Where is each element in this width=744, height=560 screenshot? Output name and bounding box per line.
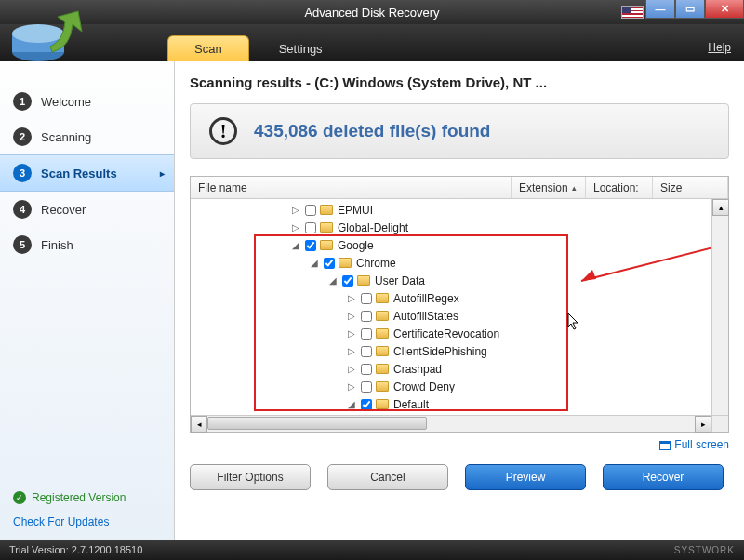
step-scan-results[interactable]: 3Scan Results: [0, 154, 174, 192]
tree-row[interactable]: ▷AutofillStates: [191, 307, 728, 325]
tab-bar: Scan Settings Help: [0, 24, 744, 61]
column-filename[interactable]: File name: [191, 177, 512, 198]
watermark: SYSTWORK: [674, 545, 735, 555]
tree-checkbox[interactable]: [324, 258, 335, 269]
folder-icon: [320, 222, 333, 233]
tab-settings[interactable]: Settings: [253, 36, 349, 61]
version-label: Trial Version: 2.7.1200.18510: [9, 544, 142, 555]
tree-row[interactable]: ◢User Data: [191, 272, 728, 289]
step-label: Welcome: [41, 95, 91, 109]
tree-item-label: Default: [393, 398, 429, 411]
help-link[interactable]: Help: [708, 41, 731, 54]
step-label: Scan Results: [41, 167, 117, 180]
folder-icon: [376, 399, 389, 409]
folder-icon: [376, 328, 389, 339]
tree-row[interactable]: ▷EPMUI: [191, 201, 728, 219]
expander-icon[interactable]: ▷: [291, 205, 300, 215]
tree-row[interactable]: ▷Global-Delight: [191, 219, 728, 236]
table-header: File name Extension Location: Size: [191, 177, 728, 199]
fullscreen-link[interactable]: Full screen: [659, 438, 729, 451]
step-finish[interactable]: 5Finish: [0, 227, 174, 262]
tree-checkbox[interactable]: [361, 381, 372, 393]
info-icon: !: [209, 117, 237, 145]
window-title: Advanced Disk Recovery: [304, 6, 439, 20]
cancel-button[interactable]: Cancel: [327, 464, 448, 490]
column-size[interactable]: Size: [653, 177, 728, 198]
tree-checkbox[interactable]: [361, 328, 372, 340]
folder-icon: [376, 346, 389, 356]
scroll-left-button[interactable]: ◂: [191, 416, 207, 433]
results-table: File name Extension Location: Size ▷EPMU…: [190, 176, 729, 433]
app-logo-icon: [6, 6, 89, 71]
check-updates-link[interactable]: Check For Updates: [13, 515, 109, 528]
scroll-up-button[interactable]: ▴: [712, 199, 729, 216]
tree-checkbox[interactable]: [361, 293, 372, 304]
fullscreen-row: Full screen: [190, 438, 729, 451]
expander-icon[interactable]: ◢: [310, 258, 319, 268]
scroll-right-button[interactable]: ▸: [695, 416, 711, 433]
language-flag-icon[interactable]: [621, 6, 644, 19]
tree-row[interactable]: ▷Crashpad: [191, 360, 728, 378]
expander-icon[interactable]: ◢: [328, 275, 338, 286]
vertical-scrollbar[interactable]: ▴: [711, 199, 728, 415]
folder-icon: [376, 293, 389, 303]
expander-icon[interactable]: ▷: [347, 364, 356, 374]
tree-row[interactable]: ▷ClientSidePhishing: [191, 342, 728, 360]
step-label: Finish: [41, 238, 73, 252]
expander-icon[interactable]: ▷: [291, 222, 300, 233]
tree-checkbox[interactable]: [361, 399, 372, 410]
fullscreen-icon: [659, 441, 671, 450]
column-extension[interactable]: Extension: [512, 177, 586, 198]
folder-icon: [357, 275, 370, 286]
step-scanning[interactable]: 2Scanning: [0, 119, 174, 154]
folder-icon: [376, 364, 389, 374]
tree-item-label: Chrome: [356, 257, 396, 270]
step-recover[interactable]: 4Recover: [0, 192, 174, 227]
close-button[interactable]: ✕: [705, 0, 744, 19]
step-welcome[interactable]: 1Welcome: [0, 84, 174, 119]
tree-item-label: Google: [338, 239, 374, 252]
tree-checkbox[interactable]: [305, 222, 316, 233]
tree-row[interactable]: ◢Default: [191, 395, 728, 413]
minimize-button[interactable]: —: [645, 0, 675, 19]
maximize-button[interactable]: ▭: [675, 0, 705, 19]
tree-checkbox[interactable]: [361, 346, 372, 357]
tree-item-label: User Data: [375, 274, 425, 287]
expander-icon[interactable]: ▷: [347, 328, 356, 339]
preview-button[interactable]: Preview: [465, 464, 586, 490]
folder-icon: [320, 240, 333, 250]
tree-checkbox[interactable]: [342, 275, 353, 287]
tree-checkbox[interactable]: [361, 364, 372, 375]
tree-item-label: Crowd Deny: [393, 380, 455, 393]
expander-icon[interactable]: ▷: [347, 346, 356, 356]
folder-icon: [376, 381, 389, 392]
filter-options-button[interactable]: Filter Options: [190, 464, 311, 490]
tree-item-label: AutofillStates: [393, 310, 458, 323]
expander-icon[interactable]: ◢: [347, 399, 356, 409]
tree-checkbox[interactable]: [361, 311, 372, 322]
horizontal-scrollbar[interactable]: ◂ ▸: [191, 415, 711, 432]
result-count-text: 435,086 deleted file(s) found: [254, 121, 490, 141]
window-controls: — ▭ ✕: [645, 0, 744, 19]
expander-icon[interactable]: ▷: [347, 311, 356, 321]
tree-row[interactable]: ▷AutofillRegex: [191, 289, 728, 307]
tree-checkbox[interactable]: [305, 240, 316, 251]
tree-item-label: AutofillRegex: [393, 292, 459, 305]
scroll-track[interactable]: [207, 416, 695, 432]
step-label: Scanning: [41, 130, 91, 144]
tree-item-label: EPMUI: [338, 204, 373, 217]
scroll-corner: [711, 415, 728, 432]
expander-icon[interactable]: ▷: [347, 381, 356, 392]
tree-row[interactable]: ▷Crowd Deny: [191, 378, 728, 395]
expander-icon[interactable]: ▷: [347, 293, 356, 303]
tree-row[interactable]: ◢Google: [191, 236, 728, 254]
tree-row[interactable]: ◢Chrome: [191, 254, 728, 272]
expander-icon[interactable]: ◢: [291, 240, 300, 250]
sidebar: 1Welcome 2Scanning 3Scan Results 4Recove…: [0, 61, 175, 540]
tree-checkbox[interactable]: [305, 205, 316, 216]
tab-scan[interactable]: Scan: [167, 35, 249, 61]
column-location[interactable]: Location:: [586, 177, 653, 198]
recover-button[interactable]: Recover: [603, 464, 724, 490]
scroll-thumb[interactable]: [207, 417, 427, 430]
tree-row[interactable]: ▷CertificateRevocation: [191, 325, 728, 342]
